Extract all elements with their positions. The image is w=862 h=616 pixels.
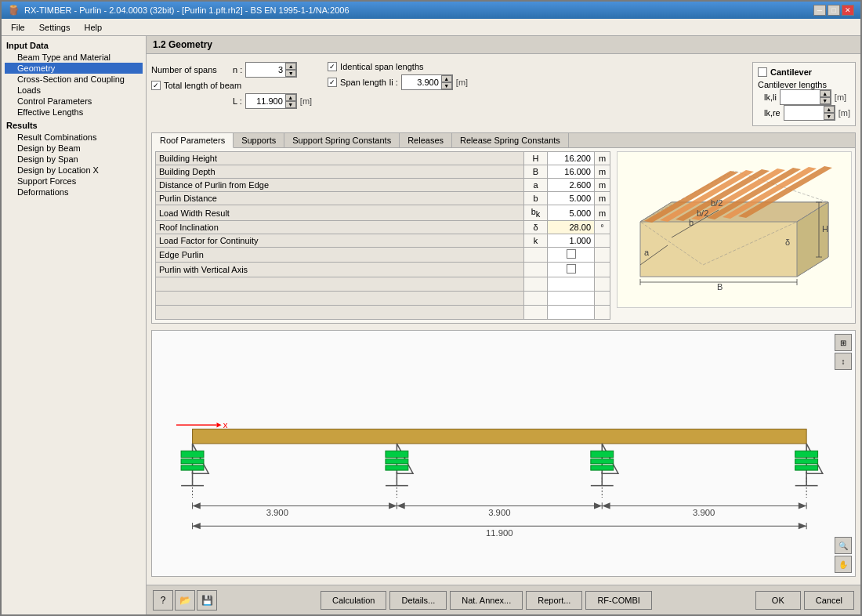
span-length-label: Span length (340, 78, 386, 87)
tab-releases[interactable]: Releases (400, 133, 452, 147)
n-label: n : (233, 65, 242, 74)
ok-button[interactable]: OK (755, 591, 801, 610)
lk-li-spin-up: ▲ (820, 90, 831, 97)
row-value[interactable] (548, 221, 595, 234)
row-label: Roof Inclination (156, 221, 524, 234)
svg-text:b/2: b/2 (697, 208, 708, 218)
cantilever-checkbox[interactable] (758, 67, 767, 77)
sidebar-item-result-combos[interactable]: Result Combinations (5, 132, 143, 143)
sidebar-item-design-by-span[interactable]: Design by Span (5, 154, 143, 165)
span-length-checkbox[interactable] (328, 78, 337, 87)
sidebar-item-design-by-beam[interactable]: Design by Beam (5, 143, 143, 154)
sidebar-item-loads[interactable]: Loads (5, 85, 143, 96)
right-panel: 1.2 Geometry Number of spans n : 3 (147, 36, 860, 614)
row-value[interactable] (548, 234, 595, 248)
zoom-fit-button[interactable]: ⊞ (835, 334, 852, 351)
tab-support-spring[interactable]: Support Spring Constants (284, 133, 400, 147)
li-spinner[interactable]: 3.900 ▲ ▼ (401, 74, 453, 90)
L-input[interactable]: 11.900 (246, 96, 285, 107)
table-row-empty (156, 277, 610, 292)
row-checkbox-cell2[interactable] (548, 263, 595, 277)
sidebar-item-design-by-location[interactable]: Design by Location X (5, 165, 143, 176)
close-button[interactable]: ✕ (842, 5, 854, 16)
roof-params-table: Building Height H m Building Depth B m (155, 151, 610, 320)
details-button[interactable]: Details... (389, 591, 447, 610)
table-row: Load Factor for Continuity k (156, 234, 610, 248)
sidebar-item-control-params[interactable]: Control Parameters (5, 96, 143, 107)
tab-roof-params[interactable]: Roof Parameters (152, 133, 234, 148)
svg-text:3.900: 3.900 (488, 508, 510, 517)
total-length-checkbox[interactable] (151, 81, 161, 90)
svg-text:δ: δ (785, 237, 790, 247)
svg-rect-56 (795, 466, 818, 470)
lk-li-row: lk,li ▲ ▼ [m] (764, 89, 850, 105)
lk-li-spinner: ▲ ▼ (780, 89, 831, 105)
zoom-select-button[interactable]: ↕ (835, 353, 852, 370)
li-input[interactable]: 3.900 (402, 77, 441, 88)
sidebar-item-beam-type[interactable]: Beam Type and Material (5, 52, 143, 63)
n-spin-down[interactable]: ▼ (285, 70, 296, 77)
sidebar-item-effective-lengths[interactable]: Effective Lengths (5, 107, 143, 118)
li-spin-down[interactable]: ▼ (441, 82, 452, 89)
lk-li-label: lk,li (764, 92, 777, 102)
edge-purlin-checkbox[interactable] (567, 249, 576, 259)
save-button[interactable]: 💾 (197, 590, 217, 611)
svg-rect-31 (193, 429, 807, 444)
svg-rect-47 (591, 451, 614, 458)
row-unit: m (595, 179, 610, 192)
L-unit: [m] (300, 96, 312, 106)
minimize-button[interactable]: ─ (813, 5, 826, 16)
sidebar-results-section: Results Result Combinations Design by Be… (5, 119, 143, 197)
row-label: Load Width Result (156, 205, 524, 221)
sidebar-item-support-forces[interactable]: Support Forces (5, 176, 143, 187)
svg-text:11.900: 11.900 (486, 528, 513, 538)
row-checkbox-cell[interactable] (548, 248, 595, 263)
nat-annex-button[interactable]: Nat. Annex... (450, 591, 523, 610)
lk-li-spinner-btns: ▲ ▼ (820, 90, 831, 104)
title-text: RX-TIMBER - Purlin - 2.04.0003 (32bit) -… (24, 5, 350, 15)
n-spinner[interactable]: 3 ▲ ▼ (245, 62, 297, 78)
sidebar-item-cross-section[interactable]: Cross-Section and Coupling (5, 74, 143, 85)
sidebar-item-geometry[interactable]: Geometry (5, 63, 143, 74)
identical-span-row: Identical span lengths (328, 62, 468, 71)
L-spinner[interactable]: 11.900 ▲ ▼ (245, 93, 297, 109)
tab-supports[interactable]: Supports (234, 133, 284, 147)
zoom-in-button[interactable]: 🔍 (835, 537, 852, 554)
open-button[interactable]: 📂 (175, 590, 195, 611)
table-row: Purlin with Vertical Axis (156, 263, 610, 277)
row-symbol: b (524, 192, 548, 205)
row-unit: m (595, 192, 610, 205)
L-spin-up[interactable]: ▲ (285, 94, 296, 101)
li-spin-up[interactable]: ▲ (441, 75, 452, 82)
rf-combi-button[interactable]: RF-COMBI (585, 591, 651, 610)
table-row: Roof Inclination δ ° (156, 221, 610, 234)
row-value[interactable] (548, 165, 595, 179)
row-value[interactable] (548, 152, 595, 165)
row-value[interactable] (548, 192, 595, 205)
identical-span-checkbox[interactable] (328, 62, 337, 71)
n-spin-up[interactable]: ▲ (285, 63, 296, 70)
purlin-vertical-checkbox[interactable] (567, 264, 576, 274)
calculation-button[interactable]: Calculation (321, 591, 386, 610)
tab-release-spring[interactable]: Release Spring Constants (452, 133, 569, 147)
table-row-empty (156, 292, 610, 306)
row-label: Edge Purlin (156, 248, 524, 263)
row-label: Load Factor for Continuity (156, 234, 524, 248)
menu-settings[interactable]: Settings (33, 21, 77, 34)
li-unit: [m] (456, 78, 468, 87)
top-controls: Number of spans n : 3 ▲ ▼ (151, 59, 856, 129)
n-input[interactable]: 3 (246, 64, 285, 75)
maximize-button[interactable]: □ (828, 5, 840, 16)
L-spin-down[interactable]: ▼ (285, 101, 296, 108)
report-button[interactable]: Report... (526, 591, 582, 610)
svg-text:a: a (644, 248, 650, 257)
row-value[interactable] (548, 179, 595, 192)
tab-content-area: Building Height H m Building Depth B m (152, 148, 855, 323)
menu-file[interactable]: File (5, 21, 31, 34)
row-value[interactable] (548, 205, 595, 221)
hand-button[interactable]: ✋ (835, 556, 852, 573)
help-button[interactable]: ? (153, 590, 173, 611)
sidebar-item-deformations[interactable]: Deformations (5, 187, 143, 197)
cancel-button[interactable]: Cancel (804, 591, 854, 610)
menu-help[interactable]: Help (78, 21, 108, 34)
